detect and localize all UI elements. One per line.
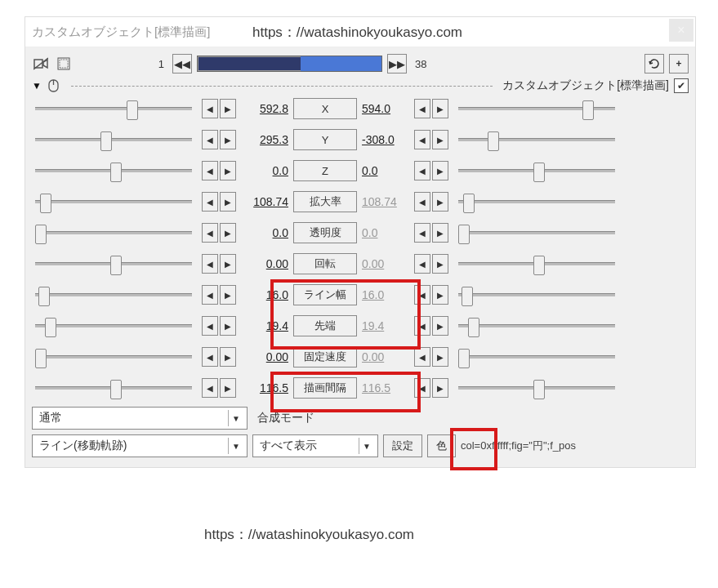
slider-thumb[interactable] bbox=[110, 163, 122, 182]
slider-right-linew[interactable] bbox=[455, 287, 618, 303]
slider-left-linew[interactable] bbox=[32, 287, 195, 303]
slider-right-alpha[interactable] bbox=[455, 225, 618, 241]
blend-mode-select[interactable]: 通常 ▼ bbox=[32, 407, 248, 430]
param-label-interval[interactable]: 描画間隔 bbox=[293, 377, 357, 399]
spin-inc-button[interactable]: ▶ bbox=[432, 316, 448, 336]
value-right-rot[interactable]: 0.00 bbox=[357, 257, 408, 270]
spin-dec-button[interactable]: ◀ bbox=[202, 285, 218, 305]
value-left-tip[interactable]: 19.4 bbox=[243, 319, 293, 332]
spin-dec-button[interactable]: ◀ bbox=[202, 316, 218, 336]
slider-left-z[interactable] bbox=[32, 163, 195, 179]
spin-dec-button[interactable]: ◀ bbox=[202, 161, 218, 180]
value-left-alpha[interactable]: 0.0 bbox=[243, 226, 293, 239]
slider-thumb[interactable] bbox=[462, 287, 473, 306]
spin-dec-button[interactable]: ◀ bbox=[414, 99, 430, 118]
slider-thumb[interactable] bbox=[110, 256, 122, 275]
timeline-bar[interactable] bbox=[197, 56, 382, 72]
color-button[interactable]: 色 bbox=[427, 434, 456, 457]
refresh-button[interactable] bbox=[644, 54, 664, 74]
value-right-interval[interactable]: 116.5 bbox=[357, 381, 408, 394]
value-right-scale[interactable]: 108.74 bbox=[357, 195, 408, 208]
slider-right-x[interactable] bbox=[455, 100, 618, 117]
spin-inc-button[interactable]: ▶ bbox=[432, 161, 448, 180]
spin-inc-button[interactable]: ▶ bbox=[220, 316, 236, 336]
spin-inc-button[interactable]: ▶ bbox=[220, 378, 236, 398]
slider-right-z[interactable] bbox=[455, 163, 618, 179]
value-right-linew[interactable]: 16.0 bbox=[357, 288, 408, 301]
value-left-speed[interactable]: 0.00 bbox=[243, 350, 293, 363]
spin-inc-button[interactable]: ▶ bbox=[220, 192, 236, 212]
collapse-toggle[interactable]: ▼ bbox=[32, 80, 43, 91]
spin-dec-button[interactable]: ◀ bbox=[202, 347, 218, 367]
spin-inc-button[interactable]: ▶ bbox=[432, 192, 448, 212]
value-left-interval[interactable]: 116.5 bbox=[243, 381, 293, 394]
param-label-z[interactable]: Z bbox=[293, 160, 357, 181]
value-left-rot[interactable]: 0.00 bbox=[243, 257, 293, 270]
display-select[interactable]: すべて表示 ▼ bbox=[252, 434, 378, 457]
spin-dec-button[interactable]: ◀ bbox=[202, 254, 218, 274]
slider-left-tip[interactable] bbox=[32, 318, 195, 334]
value-right-x[interactable]: 594.0 bbox=[357, 102, 408, 115]
value-left-z[interactable]: 0.0 bbox=[243, 164, 293, 177]
slider-thumb[interactable] bbox=[488, 131, 499, 151]
seek-end-button[interactable]: ▶▶ bbox=[387, 54, 407, 74]
slider-left-scale[interactable] bbox=[32, 194, 195, 210]
slider-thumb[interactable] bbox=[38, 287, 50, 306]
spin-inc-button[interactable]: ▶ bbox=[432, 223, 448, 243]
slider-left-x[interactable] bbox=[32, 100, 195, 117]
slider-thumb[interactable] bbox=[40, 194, 51, 213]
spin-inc-button[interactable]: ▶ bbox=[220, 254, 236, 274]
param-label-speed[interactable]: 固定速度 bbox=[293, 346, 357, 368]
slider-thumb[interactable] bbox=[35, 349, 47, 368]
value-right-speed[interactable]: 0.00 bbox=[357, 350, 408, 363]
slider-thumb[interactable] bbox=[458, 225, 470, 244]
slider-thumb[interactable] bbox=[582, 100, 594, 120]
object-enabled-checkbox[interactable]: ✔ bbox=[674, 78, 689, 93]
value-right-alpha[interactable]: 0.0 bbox=[357, 226, 408, 239]
slider-right-tip[interactable] bbox=[455, 318, 618, 334]
spin-dec-button[interactable]: ◀ bbox=[414, 161, 430, 180]
camera-off-icon[interactable] bbox=[32, 55, 50, 73]
slider-left-y[interactable] bbox=[32, 131, 195, 148]
slider-left-rot[interactable] bbox=[32, 256, 195, 272]
value-left-y[interactable]: 295.3 bbox=[243, 133, 293, 146]
spin-inc-button[interactable]: ▶ bbox=[432, 130, 448, 149]
slider-thumb[interactable] bbox=[45, 318, 56, 337]
spin-inc-button[interactable]: ▶ bbox=[220, 130, 236, 149]
spin-inc-button[interactable]: ▶ bbox=[432, 347, 448, 367]
spin-dec-button[interactable]: ◀ bbox=[202, 378, 218, 398]
spin-dec-button[interactable]: ◀ bbox=[414, 347, 430, 367]
spin-dec-button[interactable]: ◀ bbox=[202, 99, 218, 118]
slider-left-speed[interactable] bbox=[32, 349, 195, 365]
value-right-y[interactable]: -308.0 bbox=[357, 133, 408, 146]
spin-inc-button[interactable]: ▶ bbox=[220, 161, 236, 180]
grid-icon[interactable] bbox=[55, 55, 73, 73]
spin-inc-button[interactable]: ▶ bbox=[432, 99, 448, 118]
param-label-scale[interactable]: 拡大率 bbox=[293, 191, 357, 212]
spin-inc-button[interactable]: ▶ bbox=[432, 254, 448, 274]
slider-thumb[interactable] bbox=[127, 100, 138, 120]
value-right-tip[interactable]: 19.4 bbox=[357, 319, 408, 332]
param-label-y[interactable]: Y bbox=[293, 129, 357, 150]
value-right-z[interactable]: 0.0 bbox=[357, 164, 408, 177]
spin-inc-button[interactable]: ▶ bbox=[220, 99, 236, 118]
value-left-linew[interactable]: 16.0 bbox=[243, 288, 293, 301]
spin-dec-button[interactable]: ◀ bbox=[202, 192, 218, 212]
value-left-scale[interactable]: 108.74 bbox=[243, 195, 293, 208]
slider-right-speed[interactable] bbox=[455, 349, 618, 365]
slider-thumb[interactable] bbox=[533, 256, 545, 275]
object-type-select[interactable]: ライン(移動軌跡) ▼ bbox=[32, 434, 248, 457]
slider-thumb[interactable] bbox=[100, 131, 112, 151]
param-label-x[interactable]: X bbox=[293, 98, 357, 119]
spin-dec-button[interactable]: ◀ bbox=[202, 130, 218, 149]
slider-right-interval[interactable] bbox=[455, 380, 618, 396]
add-button[interactable]: + bbox=[669, 54, 689, 74]
spin-dec-button[interactable]: ◀ bbox=[414, 285, 430, 305]
settings-button[interactable]: 設定 bbox=[383, 434, 422, 457]
spin-inc-button[interactable]: ▶ bbox=[220, 285, 236, 305]
value-left-x[interactable]: 592.8 bbox=[243, 102, 293, 115]
spin-inc-button[interactable]: ▶ bbox=[432, 378, 448, 398]
spin-inc-button[interactable]: ▶ bbox=[220, 347, 236, 367]
param-label-alpha[interactable]: 透明度 bbox=[293, 222, 357, 243]
slider-thumb[interactable] bbox=[110, 380, 122, 399]
